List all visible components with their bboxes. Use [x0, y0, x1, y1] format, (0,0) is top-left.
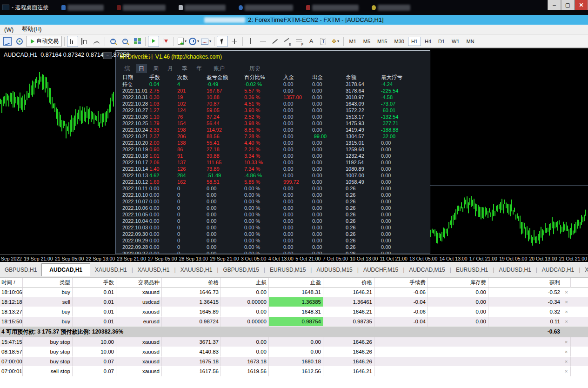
close-order-button[interactable]: ×	[562, 367, 571, 376]
line-chart-button[interactable]	[91, 36, 102, 47]
chart-tab-xauusdh1[interactable]: XAUUSD,H1	[176, 265, 217, 275]
text-label-button[interactable]: T	[318, 36, 329, 47]
new-chart-button[interactable]	[2, 36, 13, 47]
close-order-button[interactable]: ×	[562, 357, 571, 367]
chart-tab-xauusdh1[interactable]: XAUUSD,H1	[90, 265, 132, 275]
chart-tab-audcadh1[interactable]: AUDCAD,H1	[41, 263, 90, 276]
stats-tab-1[interactable]: 综	[121, 64, 133, 73]
timeframe-button-m15[interactable]: M15	[374, 37, 390, 46]
stats-cell: 0.00 %	[244, 250, 283, 254]
stats-tab-5[interactable]: 季	[179, 64, 190, 73]
trade-column-header[interactable]: 类型	[23, 278, 73, 288]
close-order-button[interactable]: ×	[562, 317, 571, 327]
candlestick-chart-button[interactable]	[79, 36, 90, 47]
stats-tab-2[interactable]: 日	[136, 64, 147, 73]
trade-column-header[interactable]: 库存费	[428, 278, 488, 288]
trade-column-header[interactable]: 止损	[221, 278, 269, 288]
close-order-button[interactable]: ×	[562, 347, 571, 357]
auto-scroll-button[interactable]	[160, 36, 171, 47]
chart-shift-button[interactable]	[148, 36, 159, 47]
arrows-button[interactable]: ✥▾	[330, 36, 341, 47]
tile-windows-button[interactable]	[132, 36, 143, 47]
chart-tab-audusdh1[interactable]: AUDUSD,H1	[494, 265, 535, 275]
chart-tab-gbpusdm15[interactable]: GBPUSD,M15	[218, 265, 263, 275]
blurred-tab[interactable]	[378, 5, 410, 11]
profiles-button[interactable]	[14, 36, 25, 47]
time-cell: 07:00:01	[0, 367, 23, 376]
chart-tab-xau[interactable]: XAU	[580, 265, 588, 275]
chart-tab-eurusdh1[interactable]: EURUSD,H1	[451, 265, 493, 275]
trade-column-header[interactable]: 交易品种	[116, 278, 162, 288]
close-order-button[interactable]: ×	[562, 307, 571, 317]
chart-tab-xauusdh1[interactable]: XAUUSD,H1	[133, 265, 174, 275]
restore-button[interactable]: ▢	[561, 0, 575, 10]
close-order-button[interactable]: ×	[562, 297, 571, 307]
text-button[interactable]: A	[306, 36, 317, 47]
timeframe-button-h4[interactable]: H4	[421, 37, 434, 46]
panel-minimize-button[interactable]: −	[103, 52, 112, 59]
trade-column-header[interactable]: 价格	[323, 278, 374, 288]
trade-column-header[interactable]: 手数	[73, 278, 116, 288]
vertical-line-button[interactable]	[245, 36, 256, 47]
chart-tab-audchfm15[interactable]: AUDCHF,M15	[359, 265, 403, 275]
trade-column-header[interactable]: 价格	[162, 278, 221, 288]
indicators-button[interactable]: ▾	[200, 36, 212, 47]
pending-order-row[interactable]: 08:18:57buy stop10.00xauusd4140.830.000.…	[0, 347, 588, 357]
menu-help[interactable]: 帮助(H)	[18, 25, 46, 34]
close-order-button[interactable]: ×	[562, 337, 571, 347]
zoom-out-button[interactable]: −	[120, 36, 131, 47]
pending-order-row[interactable]: 07:00:00buy stop0.07xauusd1675.181673.18…	[0, 357, 588, 367]
crosshair-button[interactable]	[229, 36, 240, 47]
chart-tab-audcadh1[interactable]: AUDCAD,H1	[537, 265, 579, 275]
trade-column-header[interactable]: 获利	[488, 278, 562, 288]
trade-row[interactable]: 18:12:18sell0.01usdcad1.364150.000001.36…	[0, 297, 588, 307]
pending-order-row[interactable]: 07:00:01sell stop0.07xauusd1617.561619.5…	[0, 367, 588, 376]
periods-button[interactable]: ▾	[188, 36, 200, 47]
chart-tab-audusdm15[interactable]: AUDUSD,M15	[312, 265, 357, 275]
blurred-tab[interactable]	[245, 5, 293, 11]
stats-tab-7[interactable]: 账户	[211, 64, 227, 73]
chart-tab-eurusdm15[interactable]: EURUSD,M15	[265, 265, 310, 275]
close-button[interactable]: ✕	[575, 0, 588, 10]
timeframe-button-d1[interactable]: D1	[435, 37, 448, 46]
chart-area[interactable]: AUDCAD,H1 0.87164 0.87342 0.87142 0.8725…	[0, 48, 588, 254]
minimize-button[interactable]: –	[548, 0, 561, 10]
new-order-button[interactable]: ▾	[176, 36, 187, 47]
trade-row[interactable]: 18:13:27buy0.01xauusd1645.890.001648.311…	[0, 307, 588, 317]
timeframe-button-m1[interactable]: M1	[346, 37, 360, 46]
stats-tab-6[interactable]: 年	[194, 64, 205, 73]
trade-row[interactable]: 18:10:06buy0.01xauusd1646.730.001648.311…	[0, 288, 588, 297]
menu-window[interactable]: (W)	[0, 26, 18, 34]
trade-column-header[interactable]: 时间 /	[0, 278, 23, 288]
close-order-button[interactable]: ×	[562, 288, 571, 297]
stats-cell: 198	[177, 127, 207, 133]
blurred-tab[interactable]	[123, 5, 166, 11]
chart-tab-gbpusdh1[interactable]: GBPUSD,H1	[0, 265, 41, 275]
trade-column-header[interactable]: 手续费	[374, 278, 428, 288]
autotrading-button[interactable]: 自动交易	[26, 36, 62, 47]
stats-tab-4[interactable]: 月	[165, 64, 176, 73]
stats-tab-3[interactable]: 周	[150, 64, 161, 73]
trade-row[interactable]: 18:15:50buy0.01eurusd0.987240.000000.987…	[0, 317, 588, 327]
timeframe-button-m30[interactable]: M30	[391, 37, 408, 46]
bar-chart-button[interactable]	[67, 36, 78, 47]
pending-order-row[interactable]: 15:47:15buy stop10.00xauusd3671.370.000.…	[0, 337, 588, 347]
stats-cell: 0.00	[312, 211, 346, 218]
blurred-tab[interactable]	[312, 5, 359, 11]
stats-tab-8[interactable]: 历史	[247, 64, 263, 73]
zoom-in-button[interactable]: +	[107, 36, 119, 47]
timeframe-button-h1[interactable]: H1	[408, 37, 421, 46]
timeframe-button-w1[interactable]: W1	[448, 37, 463, 46]
chart-tab-audcadm15[interactable]: AUDCAD,M15	[404, 265, 449, 275]
trade-column-header[interactable]: 止盈	[269, 278, 323, 288]
trendline-button[interactable]	[269, 36, 281, 47]
toolbar-separator	[242, 37, 243, 46]
fibonacci-button[interactable]	[294, 36, 305, 47]
blurred-tab[interactable]	[185, 5, 226, 11]
blurred-tab[interactable]	[67, 5, 104, 11]
cursor-button[interactable]	[217, 36, 228, 47]
channel-button[interactable]	[281, 36, 293, 47]
timeframe-button-m5[interactable]: M5	[360, 37, 374, 46]
horizontal-line-button[interactable]	[257, 36, 268, 47]
timeframe-button-mn[interactable]: MN	[463, 37, 478, 46]
